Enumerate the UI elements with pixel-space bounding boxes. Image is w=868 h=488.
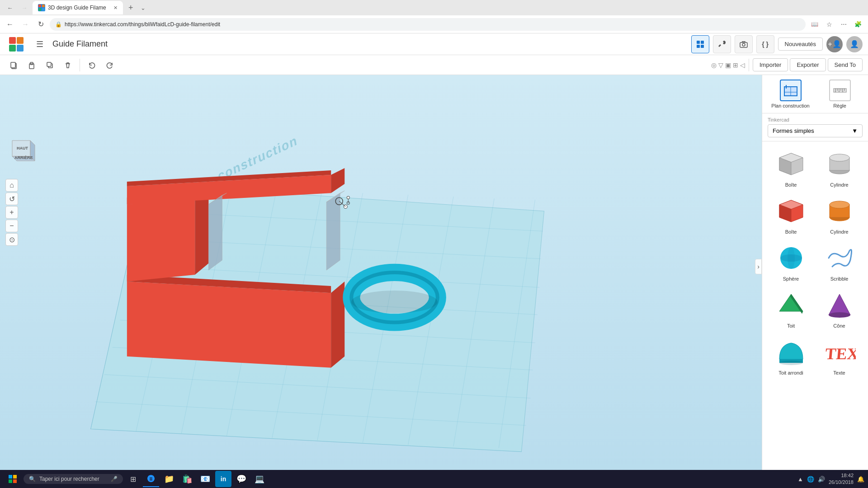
start-button[interactable] <box>4 471 22 487</box>
svg-point-94 <box>829 312 850 318</box>
view-cube[interactable]: HAUT ARRIÈRE <box>5 134 37 165</box>
browser-tab-active[interactable]: 3D design Guide Filame ✕ <box>33 1 123 14</box>
taskbar-app-edge[interactable] <box>143 471 159 487</box>
svg-marker-45 <box>127 197 195 282</box>
duplicate-button[interactable] <box>42 57 58 73</box>
home-view-button[interactable]: ⌂ <box>5 179 18 192</box>
importer-button[interactable]: Importer <box>753 58 788 71</box>
code-button[interactable]: { } <box>756 35 774 53</box>
svg-rect-15 <box>47 62 51 66</box>
shape-label: Toit arrondi <box>778 370 803 375</box>
paste-button[interactable] <box>24 57 40 73</box>
svg-rect-5 <box>701 41 704 44</box>
extensions-button[interactable]: 🧩 <box>852 18 864 31</box>
shape-label: Cylindre <box>830 229 848 235</box>
plan-construction-button[interactable]: Plan construction <box>768 80 813 108</box>
svg-rect-2 <box>38 8 41 11</box>
taskbar-app-code[interactable]: 💻 <box>251 471 268 487</box>
svg-point-9 <box>742 43 745 46</box>
shape-box-red[interactable]: Boîte <box>768 192 814 237</box>
svg-rect-100 <box>9 479 12 483</box>
shape-label: Cylindre <box>830 182 848 188</box>
send-to-button[interactable]: Send To <box>828 58 863 71</box>
back-button[interactable]: ← <box>4 18 16 31</box>
svg-rect-98 <box>9 475 12 479</box>
expand-panel-button[interactable]: › <box>755 259 762 274</box>
user-add-button[interactable]: +👤 <box>826 36 843 52</box>
tab-close-icon[interactable]: ✕ <box>113 5 118 11</box>
address-bar[interactable]: 🔒 https://www.tinkercad.com/things/bliWf… <box>50 18 806 31</box>
taskbar-app-discord[interactable]: 💬 <box>233 471 250 487</box>
taskbar-clock: 18:42 26/10/2018 <box>829 472 854 486</box>
shape-label: Cône <box>833 323 845 328</box>
shape-cone-purple[interactable]: Cône <box>816 286 863 331</box>
lock-icon: 🔒 <box>55 21 62 28</box>
svg-marker-50 <box>331 168 344 193</box>
browser-forward-nav[interactable]: → <box>18 1 31 14</box>
zoom-in-button[interactable]: + <box>5 206 18 219</box>
shape-label: Sphère <box>783 276 799 282</box>
svg-marker-51 <box>208 195 222 270</box>
bookmark-button[interactable]: ☆ <box>823 18 835 31</box>
taskbar-volume-icon: 🔊 <box>818 476 825 483</box>
taskbar-action-center[interactable]: 🔔 <box>857 476 864 483</box>
shape-sphere-blue[interactable]: Sphère <box>768 239 814 284</box>
svg-marker-42 <box>127 282 331 368</box>
shape-label: Texte <box>833 370 845 375</box>
shape-label: Scribble <box>830 276 849 282</box>
browser-back-nav[interactable]: ← <box>4 1 16 14</box>
svg-text:TEXT: TEXT <box>824 345 855 363</box>
svg-marker-93 <box>829 294 850 315</box>
3d-viewport[interactable]: Plan construction <box>0 75 762 483</box>
orbit-button[interactable]: ↺ <box>5 192 18 205</box>
taskbar-app-mail[interactable]: 📧 <box>197 471 213 487</box>
regle-button[interactable]: Règle <box>817 80 863 108</box>
forward-button[interactable]: → <box>19 18 32 31</box>
redo-button[interactable] <box>102 57 118 73</box>
user-avatar[interactable]: 👤 <box>846 36 863 52</box>
taskbar-app-store[interactable]: 🛍️ <box>179 471 195 487</box>
browser-menu-button[interactable]: ⋯ <box>837 18 850 31</box>
tinkercad-logo[interactable] <box>5 35 27 53</box>
taskbar-search[interactable]: 🔍 Taper ici pour rechercher 🎤 <box>24 474 123 484</box>
svg-point-87 <box>830 201 849 208</box>
nouveautes-button[interactable]: Nouveautés <box>778 38 823 51</box>
svg-point-57 <box>351 291 438 313</box>
tab-favicon <box>38 4 45 11</box>
exporter-button[interactable]: Exporter <box>790 58 826 71</box>
shape-text[interactable]: TEXT Texte <box>816 333 863 378</box>
grid-view-button[interactable] <box>691 35 709 53</box>
shapes-library-dropdown[interactable]: Formes simples ▼ <box>768 124 863 137</box>
copy-button[interactable] <box>5 57 22 73</box>
tab-title: 3D design Guide Filame <box>48 5 107 11</box>
delete-button[interactable] <box>60 57 76 73</box>
svg-rect-1 <box>42 5 45 7</box>
shape-roof-green[interactable]: Toit <box>768 286 814 331</box>
task-view-button[interactable]: ⊞ <box>125 471 141 487</box>
shape-scribble[interactable]: Scribble <box>816 239 863 284</box>
shape-rounded-roof[interactable]: Toit arrondi <box>768 333 814 378</box>
shape-cylinder-gray[interactable]: Cylindre <box>816 145 863 190</box>
svg-point-81 <box>830 154 849 161</box>
tools-button[interactable] <box>713 35 731 53</box>
reader-mode-button[interactable]: 📖 <box>808 18 821 31</box>
zoom-out-button[interactable]: − <box>5 220 18 232</box>
library-selected-label: Formes simples <box>773 127 814 134</box>
tab-list-button[interactable]: ⌄ <box>139 5 147 11</box>
svg-rect-3 <box>42 8 45 11</box>
shape-cylinder-orange[interactable]: Cylindre <box>816 192 863 237</box>
camera-button[interactable] <box>735 35 753 53</box>
undo-button[interactable] <box>84 57 100 73</box>
new-tab-button[interactable]: + <box>125 3 137 13</box>
taskbar-app-linkedin[interactable]: in <box>215 471 231 487</box>
refresh-button[interactable]: ↻ <box>34 18 47 31</box>
time-display: 18:42 <box>829 472 854 479</box>
shape-box-gray[interactable]: Boîte <box>768 145 814 190</box>
svg-text:HAUT: HAUT <box>17 146 28 150</box>
taskbar-app-explorer[interactable]: 📁 <box>161 471 177 487</box>
zoom-fit-button[interactable]: ⊙ <box>5 233 18 246</box>
hamburger-menu-button[interactable]: ☰ <box>33 37 47 52</box>
plan-construction-label: Plan construction <box>771 103 809 108</box>
svg-text:ARRIÈRE: ARRIÈRE <box>14 155 33 160</box>
date-display: 26/10/2018 <box>829 479 854 486</box>
